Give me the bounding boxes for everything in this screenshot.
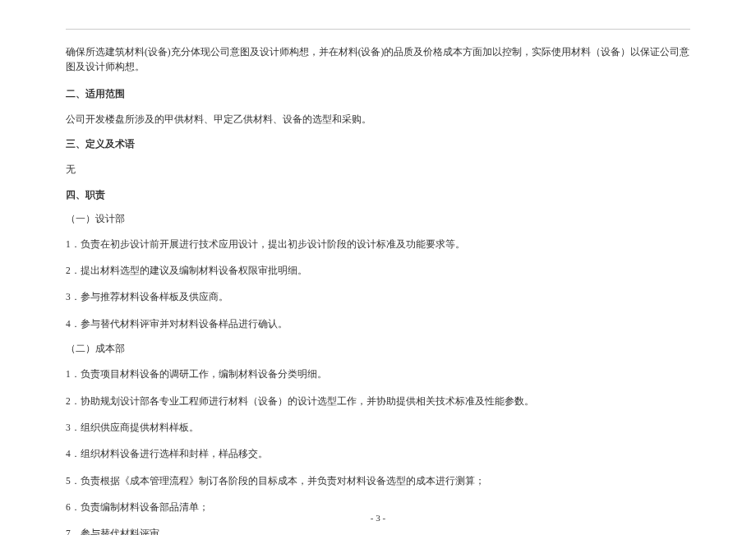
dept2-item: 4．组织材料设备进行选样和封样，样品移交。 (66, 446, 690, 461)
dept2-item: 1．负责项目材料设备的调研工作，编制材料设备分类明细。 (66, 367, 690, 381)
responsibility-heading: 四、职责 (66, 189, 690, 201)
definition-heading: 三、定义及术语 (66, 138, 690, 150)
top-divider (66, 29, 690, 30)
definition-body: 无 (66, 162, 690, 177)
dept1-heading: （一）设计部 (66, 213, 690, 225)
dept1-item: 3．参与推荐材料设备样板及供应商。 (66, 289, 690, 304)
page-number: - 3 - (371, 513, 385, 523)
dept1-item: 1．负责在初步设计前开展进行技术应用设计，提出初步设计阶段的设计标准及功能要求等… (66, 237, 690, 251)
scope-body: 公司开发楼盘所涉及的甲供材料、甲定乙供材料、设备的选型和采购。 (66, 112, 690, 127)
dept2-item: 2．协助规划设计部各专业工程师进行材料（设备）的设计选型工作，并协助提供相关技术… (66, 394, 690, 408)
dept2-item: 7．参与替代材料评审。 (66, 526, 690, 535)
dept1-item: 2．提出材料选型的建议及编制材料设备权限审批明细。 (66, 263, 690, 278)
dept1-item: 4．参与替代材料评审并对材料设备样品进行确认。 (66, 316, 690, 331)
dept2-heading: （二）成本部 (66, 343, 690, 355)
scope-heading: 二、适用范围 (66, 88, 690, 100)
dept2-item: 3．组织供应商提供材料样板。 (66, 420, 690, 435)
dept2-item: 5．负责根据《成本管理流程》制订各阶段的目标成本，并负责对材料设备选型的成本进行… (66, 473, 690, 488)
intro-paragraph: 确保所选建筑材料(设备)充分体现公司意图及设计师构想，并在材料(设备)的品质及价… (66, 44, 690, 75)
